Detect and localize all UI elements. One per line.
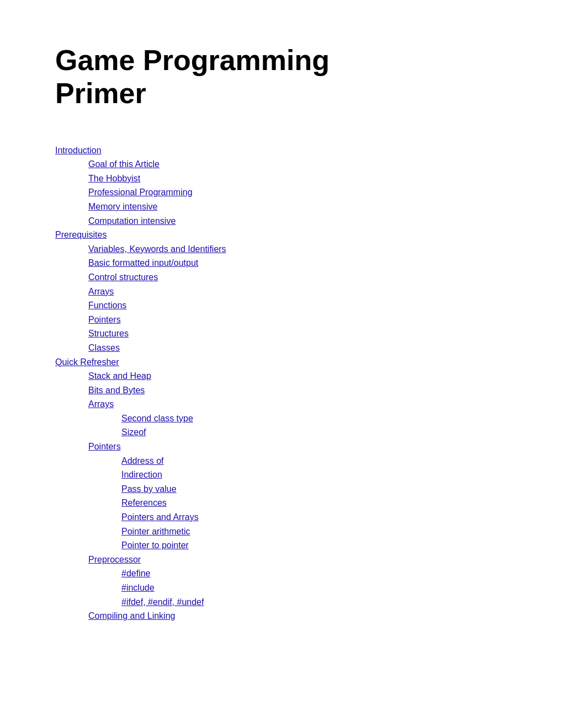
toc-item-arrays-2[interactable]: Arrays	[88, 397, 508, 411]
toc-item-variables-keywords-and-identifiers[interactable]: Variables, Keywords and Identifiers	[88, 242, 508, 256]
toc-item-references[interactable]: References	[121, 496, 508, 510]
page-title: Game Programming Primer	[55, 44, 508, 110]
toc-item-functions[interactable]: Functions	[88, 298, 508, 313]
toc-item-introduction[interactable]: Introduction	[55, 143, 508, 158]
toc-item-stack-and-heap[interactable]: Stack and Heap	[88, 369, 508, 383]
toc-item-pointers[interactable]: Pointers	[88, 313, 508, 327]
toc-item-pointer-arithmetic[interactable]: Pointer arithmetic	[121, 524, 508, 539]
toc-item-basic-formatted-input-output[interactable]: Basic formatted input/output	[88, 256, 508, 270]
toc-item-include[interactable]: #include	[121, 581, 508, 595]
toc-item-compiling-and-linking[interactable]: Compiling and Linking	[88, 609, 508, 623]
toc-item-ifdef-endif-undef[interactable]: #ifdef, #endif, #undef	[121, 595, 508, 609]
toc-item-pointer-to-pointer[interactable]: Pointer to pointer	[121, 538, 508, 553]
toc-item-second-class-type[interactable]: Second class type	[121, 411, 508, 426]
toc-item-arrays[interactable]: Arrays	[88, 285, 508, 299]
page-container: Game Programming Primer IntroductionGoal…	[0, 0, 563, 667]
toc-item-pointers-2[interactable]: Pointers	[88, 440, 508, 454]
toc-item-control-structures[interactable]: Control structures	[88, 270, 508, 285]
toc-item-structures[interactable]: Structures	[88, 326, 508, 341]
toc-item-define[interactable]: #define	[121, 566, 508, 581]
toc-item-bits-and-bytes[interactable]: Bits and Bytes	[88, 383, 508, 398]
toc-item-sizeof[interactable]: Sizeof	[121, 425, 508, 440]
toc-item-preprocessor[interactable]: Preprocessor	[88, 553, 508, 567]
toc-item-address-of[interactable]: Address of	[121, 454, 508, 468]
toc-item-prerequisites[interactable]: Prerequisites	[55, 228, 508, 242]
toc-item-classes[interactable]: Classes	[88, 341, 508, 355]
toc-item-quick-refresher[interactable]: Quick Refresher	[55, 355, 508, 370]
toc-item-professional-programming[interactable]: Professional Programming	[88, 185, 508, 200]
toc-item-pointers-and-arrays[interactable]: Pointers and Arrays	[121, 510, 508, 524]
toc-item-goal-of-this-article[interactable]: Goal of this Article	[88, 157, 508, 172]
toc-item-indirection[interactable]: Indirection	[121, 468, 508, 482]
toc-item-computation-intensive[interactable]: Computation intensive	[88, 214, 508, 228]
toc-item-pass-by-value[interactable]: Pass by value	[121, 482, 508, 496]
toc-item-the-hobbyist[interactable]: The Hobbyist	[88, 172, 508, 186]
toc-item-memory-intensive[interactable]: Memory intensive	[88, 200, 508, 214]
table-of-contents: IntroductionGoal of this ArticleThe Hobb…	[55, 143, 508, 623]
